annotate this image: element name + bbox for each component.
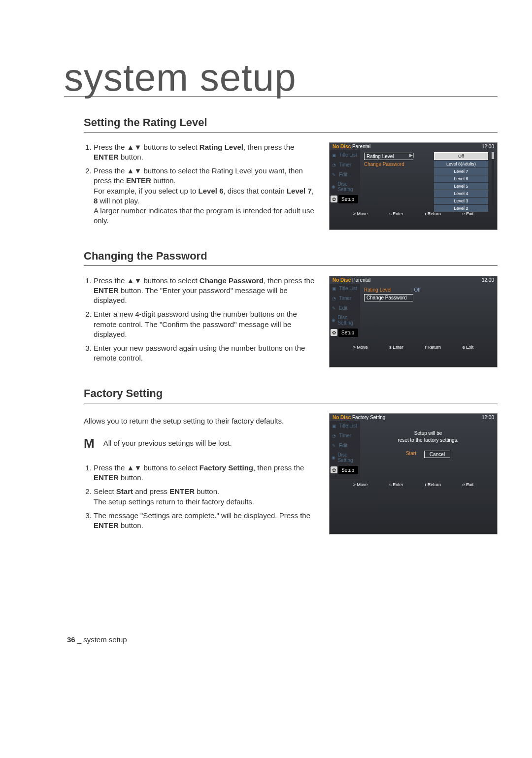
sidebar-title-list: Title List	[339, 152, 357, 158]
factory-setting-panel: No Disc Factory Setting 12:00 ▣Title Lis…	[329, 413, 498, 535]
level-2[interactable]: Level 2	[434, 205, 488, 212]
sidebar-timer: Timer	[339, 162, 351, 167]
rating-heading: Setting the Rating Level	[84, 116, 498, 129]
scroll-thumb[interactable]	[492, 152, 494, 159]
opt-rating-level-value: Off	[411, 287, 421, 293]
level-off[interactable]: Off	[434, 152, 488, 160]
opt-rating-level[interactable]: Rating Level	[364, 287, 408, 293]
sidebar-timer: Timer	[339, 296, 351, 301]
setup-icon: ✿	[331, 466, 337, 473]
timer-icon: ◔	[331, 432, 337, 439]
rating-level-panel: No Disc Parental 12:00 ▣Title List ◔Time…	[329, 142, 498, 230]
page-footer-label: _ system setup	[77, 635, 127, 644]
title-list-icon: ▣	[331, 285, 337, 292]
disc-setting-icon: ◉	[331, 317, 336, 324]
scroll-track	[492, 152, 494, 206]
footer-enter: s Enter	[389, 211, 403, 216]
footer-enter: s Enter	[389, 482, 403, 487]
note-symbol: M	[84, 435, 95, 452]
section-divider	[84, 403, 498, 403]
footer-move: > Move	[353, 345, 368, 350]
footer-exit: e Exit	[463, 345, 474, 350]
edit-icon: ✎	[331, 305, 337, 312]
title-list-icon: ▣	[331, 152, 337, 159]
sidebar-title-list: Title List	[339, 286, 357, 291]
rating-level-list[interactable]: Off Level 8(Adults) Level 7 Level 6 Leve…	[434, 152, 488, 212]
rating-steps: Press the ▲▼ buttons to select Rating Le…	[84, 142, 319, 226]
page-title: system setup	[64, 64, 498, 97]
level-6[interactable]: Level 6	[434, 175, 488, 182]
password-heading: Changing the Password	[84, 250, 498, 263]
pointer-icon: ▶|	[409, 153, 414, 158]
change-password-panel: No Disc Parental 12:00 ▣Title List ◔Time…	[329, 276, 498, 367]
disc-setting-icon: ◉	[331, 183, 336, 190]
password-step-1: Press the ▲▼ buttons to select Change Pa…	[94, 276, 319, 306]
level-8[interactable]: Level 8(Adults)	[434, 161, 488, 167]
panel-time: 12:00	[482, 415, 494, 420]
footer-exit: e Exit	[463, 482, 474, 487]
factory-intro: Allows you to return the setup setting t…	[84, 416, 319, 426]
level-7[interactable]: Level 7	[434, 168, 488, 175]
no-disc-label: No Disc	[332, 415, 351, 420]
factory-steps: Press the ▲▼ buttons to select Factory S…	[84, 463, 319, 531]
sidebar-timer: Timer	[339, 433, 351, 438]
level-3[interactable]: Level 3	[434, 198, 488, 204]
setup-icon: ✿	[331, 196, 337, 202]
edit-icon: ✎	[331, 171, 337, 178]
sidebar-edit: Edit	[339, 172, 347, 177]
disc-setting-icon: ◉	[331, 454, 336, 461]
footer-move: > Move	[353, 211, 368, 216]
factory-heading: Factory Setting	[84, 387, 498, 400]
opt-change-password[interactable]: Change Password	[364, 294, 413, 301]
level-4[interactable]: Level 4	[434, 190, 488, 197]
panel-title: Factory Setting	[352, 415, 385, 420]
panel-sidebar: ▣Title List ◔Timer ✎Edit ◉Disc Setting ✿…	[330, 150, 360, 208]
factory-cancel-button[interactable]: Cancel	[424, 451, 450, 458]
sidebar-disc: Disc Setting	[337, 315, 359, 326]
panel-title: Parental	[352, 277, 370, 283]
rating-step-1: Press the ▲▼ buttons to select Rating Le…	[94, 142, 319, 163]
factory-step-2: Select Start and press ENTER button.The …	[94, 487, 319, 507]
panel-time: 12:00	[482, 144, 494, 149]
timer-icon: ◔	[331, 295, 337, 302]
sidebar-setup[interactable]: Setup	[338, 329, 358, 337]
panel-header: No Disc Parental 12:00	[330, 143, 497, 150]
factory-start-button[interactable]: Start	[406, 451, 416, 458]
title-list-icon: ▣	[331, 423, 337, 429]
page-number: 36	[67, 635, 75, 644]
sidebar-setup[interactable]: Setup	[338, 195, 358, 203]
footer-enter: s Enter	[389, 345, 403, 350]
factory-step-3: The message "Settings are complete." wil…	[94, 511, 319, 531]
section-divider	[84, 265, 498, 266]
opt-rating-level[interactable]: Rating Level	[364, 153, 413, 160]
no-disc-label: No Disc	[332, 144, 351, 149]
timer-icon: ◔	[331, 162, 337, 168]
panel-title: Parental	[352, 144, 370, 149]
sidebar-setup[interactable]: Setup	[338, 466, 358, 474]
opt-change-password[interactable]: Change Password	[364, 162, 408, 167]
password-step-3: Enter your new password again using the …	[94, 343, 319, 363]
sidebar-edit: Edit	[339, 305, 347, 311]
section-divider	[84, 132, 498, 132]
setup-icon: ✿	[331, 329, 337, 336]
panel-time: 12:00	[482, 277, 494, 283]
level-5[interactable]: Level 5	[434, 183, 488, 190]
footer-return: r Return	[425, 482, 441, 487]
sidebar-disc: Disc Setting	[337, 181, 359, 192]
rating-step-2: Press the ▲▼ buttons to select the Ratin…	[94, 166, 319, 226]
factory-msg-line1: Setup will be	[364, 430, 492, 437]
footer-return: r Return	[425, 345, 441, 350]
sidebar-edit: Edit	[339, 443, 347, 448]
password-step-2: Enter a new 4-digit password using the n…	[94, 309, 319, 339]
factory-msg-line2: reset to the factory settings.	[364, 437, 492, 444]
edit-icon: ✎	[331, 442, 337, 449]
sidebar-title-list: Title List	[339, 423, 357, 428]
no-disc-label: No Disc	[332, 277, 351, 283]
password-steps: Press the ▲▼ buttons to select Change Pa…	[84, 276, 319, 363]
factory-step-1: Press the ▲▼ buttons to select Factory S…	[94, 463, 319, 483]
note-text: All of your previous settings will be lo…	[103, 438, 232, 448]
page-footer: 36_ system setup	[67, 635, 127, 644]
footer-move: > Move	[353, 482, 368, 487]
sidebar-disc: Disc Setting	[337, 452, 359, 463]
